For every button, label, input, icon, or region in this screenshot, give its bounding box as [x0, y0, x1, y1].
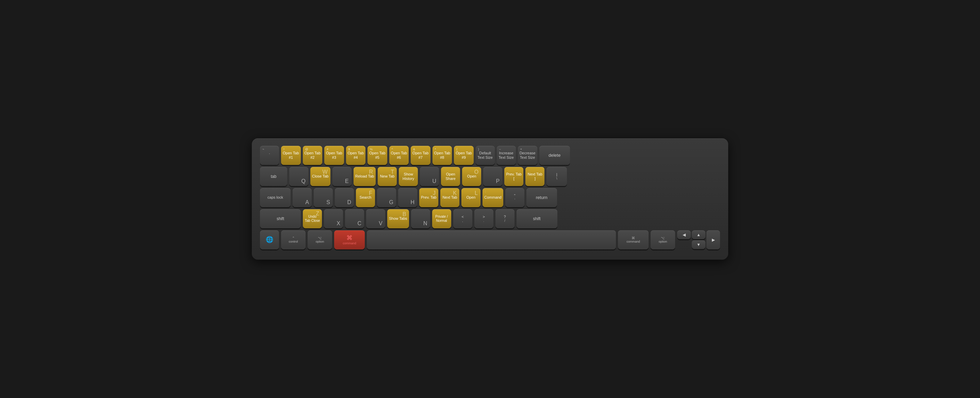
key-3[interactable]: # Open Tab#3 — [324, 146, 344, 165]
key-y[interactable]: ShowHistory — [399, 167, 418, 186]
row-number: ~ ` ! Open Tab#1 @ Open Tab#2 # Open Tab… — [260, 146, 720, 165]
key-arrow-left[interactable]: ◀ — [677, 230, 691, 239]
key-q[interactable]: Q — [289, 167, 308, 186]
row-qwerty: tab Q W Close Tab E R Reload Tab T New T… — [260, 167, 720, 186]
key-quote[interactable]: " ' — [505, 188, 524, 207]
key-semicolon[interactable]: : Command — [482, 188, 503, 207]
key-control[interactable]: ⌃ control — [281, 230, 305, 249]
key-z[interactable]: Z UndoTab Close — [303, 209, 322, 228]
key-arrow-down[interactable]: ▼ — [692, 240, 705, 249]
key-6[interactable]: ^ Open Tab#6 — [389, 146, 409, 165]
key-a[interactable]: A — [293, 188, 312, 207]
key-delete[interactable]: delete — [539, 146, 570, 165]
key-pipe[interactable]: | \ — [546, 167, 567, 186]
key-t[interactable]: T New Tab — [378, 167, 397, 186]
key-5[interactable]: % Open Tab#5 — [368, 146, 387, 165]
key-bracket-l[interactable]: Prev. Tab[ — [504, 167, 523, 186]
key-period[interactable]: > . — [474, 209, 493, 228]
keyboard: ~ ` ! Open Tab#1 @ Open Tab#2 # Open Tab… — [252, 138, 728, 260]
arrow-up-down: ▲ ▼ — [692, 230, 705, 249]
arrow-top-row: ◀ ▲ ▼ ▶ — [677, 230, 720, 249]
key-shift-left[interactable]: shift — [260, 209, 301, 228]
key-n[interactable]: N — [411, 209, 430, 228]
key-command-right[interactable]: ⌘ command — [618, 230, 649, 249]
key-b[interactable]: B Show Tabs — [387, 209, 409, 228]
key-globe[interactable]: 🌐 — [260, 230, 279, 249]
key-e[interactable]: E — [332, 167, 352, 186]
row-asdf: caps lock A S D F Search G H J Prev. Tab… — [260, 188, 720, 207]
key-v[interactable]: V — [366, 209, 385, 228]
key-7[interactable]: & Open Tab#7 — [411, 146, 430, 165]
row-bottom: 🌐 ⌃ control ⌥ option ⌘ command ⌘ command… — [260, 230, 720, 249]
key-l[interactable]: L Open — [461, 188, 480, 207]
key-4[interactable]: $ Open Tab#4 — [346, 146, 366, 165]
key-m[interactable]: Private /Normal — [432, 209, 451, 228]
key-minus[interactable]: − IncreaseText Size — [497, 146, 516, 165]
key-slash[interactable]: ? / — [495, 209, 514, 228]
key-tilde[interactable]: ~ ` — [260, 146, 279, 165]
key-equal[interactable]: + DecreaseText Size — [518, 146, 537, 165]
key-space[interactable] — [367, 230, 616, 249]
key-c[interactable]: C — [345, 209, 364, 228]
key-command-left[interactable]: ⌘ command — [334, 230, 365, 249]
key-8[interactable]: * Open Tab#8 — [433, 146, 452, 165]
key-tab[interactable]: tab — [260, 167, 287, 186]
key-f[interactable]: F Search — [356, 188, 375, 207]
key-capslock[interactable]: caps lock — [260, 188, 291, 207]
key-p[interactable]: P — [483, 167, 502, 186]
arrow-cluster: ◀ ▲ ▼ ▶ — [677, 230, 720, 249]
key-0[interactable]: ) DefaultText Size — [476, 146, 495, 165]
row-zxcv: shift Z UndoTab Close X C V B Show Tabs … — [260, 209, 720, 228]
key-1[interactable]: ! Open Tab#1 — [281, 146, 301, 165]
key-2[interactable]: @ Open Tab#2 — [303, 146, 323, 165]
key-i[interactable]: OpenShare — [441, 167, 460, 186]
key-option-left[interactable]: ⌥ option — [308, 230, 332, 249]
key-u[interactable]: U — [420, 167, 439, 186]
key-bracket-r[interactable]: Next Tab] — [525, 167, 544, 186]
key-return[interactable]: return — [527, 188, 557, 207]
key-g[interactable]: G — [377, 188, 396, 207]
key-comma[interactable]: < , — [453, 209, 472, 228]
key-r[interactable]: R Reload Tab — [353, 167, 375, 186]
key-j[interactable]: J Prev. Tab — [419, 188, 438, 207]
key-h[interactable]: H — [398, 188, 417, 207]
key-arrow-right[interactable]: ▶ — [706, 230, 720, 249]
key-d[interactable]: D — [335, 188, 354, 207]
key-x[interactable]: X — [324, 209, 343, 228]
key-shift-right[interactable]: shift — [517, 209, 557, 228]
key-9[interactable]: ( Open Tab#9 — [454, 146, 474, 165]
key-k[interactable]: K Next Tab — [440, 188, 460, 207]
key-option-right[interactable]: ⌥ option — [651, 230, 675, 249]
key-w[interactable]: W Close Tab — [310, 167, 331, 186]
key-s[interactable]: S — [314, 188, 333, 207]
key-arrow-up[interactable]: ▲ — [692, 230, 705, 239]
key-o[interactable]: O Open — [462, 167, 481, 186]
